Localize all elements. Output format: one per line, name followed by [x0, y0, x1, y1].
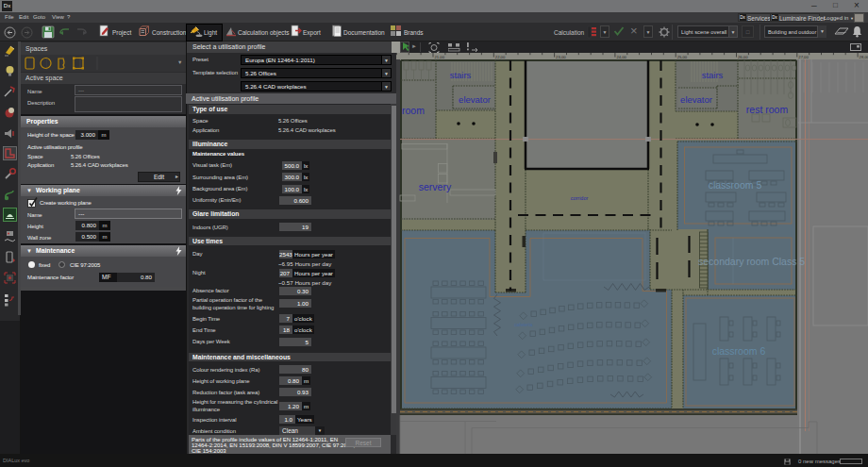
svg-text:room: room [402, 105, 425, 116]
svg-text:cafeteria: cafeteria [514, 322, 532, 327]
svg-text:elevator: elevator [680, 94, 712, 105]
svg-text:stairs: stairs [450, 70, 472, 80]
svg-text:25,00: 25,00 [677, 55, 688, 59]
svg-text:24,00: 24,00 [616, 55, 626, 59]
svg-text:servery: servery [419, 181, 452, 192]
svg-text:secondary room Class 5: secondary room Class 5 [698, 256, 805, 267]
svg-text:rest room: rest room [746, 104, 789, 115]
svg-text:23,00: 23,00 [556, 55, 566, 59]
svg-text:classroom 5: classroom 5 [709, 179, 762, 191]
svg-text:27,00: 27,00 [798, 55, 809, 59]
svg-text:21,00: 21,00 [435, 55, 445, 59]
svg-text:corridor: corridor [571, 195, 589, 201]
svg-text:22,00: 22,00 [495, 55, 506, 59]
svg-text:stairs: stairs [702, 70, 724, 80]
svg-text:26,00: 26,00 [738, 55, 748, 59]
svg-text:elevator: elevator [459, 94, 491, 105]
svg-text:28,00: 28,00 [860, 55, 868, 59]
svg-text:classroom 6: classroom 6 [712, 345, 766, 357]
